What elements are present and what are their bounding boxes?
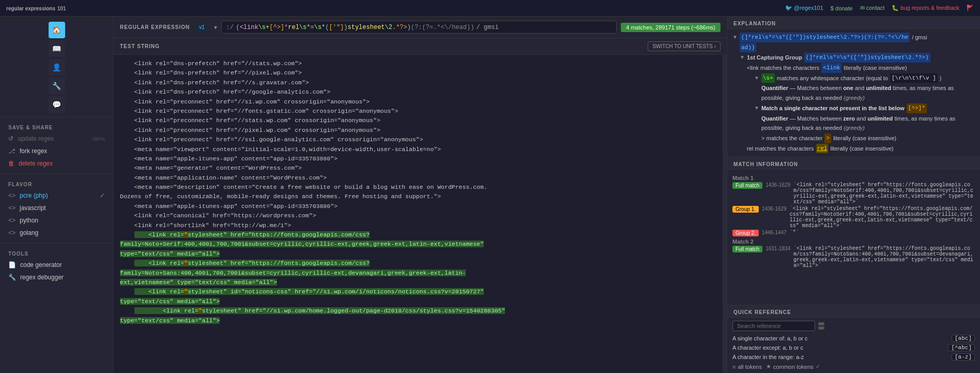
explanation-area: ▼ (]*rel\s*=\s*(['"])stylesheet\2.*?>)(?… (727, 29, 980, 157)
quick-ref-row-2: A character in the range: a-z [a-z] (732, 353, 975, 361)
exp-token-3: (]*rel\s*=\s*(['"])stylesheet\2.*?>) (804, 53, 930, 63)
delete-regex-item[interactable]: 🗑 delete regex (0, 157, 113, 170)
update-regex-item[interactable]: ↺ update regex ctrl+s (0, 132, 113, 145)
bug-link[interactable]: 🐛 bug reports & feedback (892, 5, 959, 11)
regex-pattern[interactable]: (<link\s+[^>]*rel\s*=\s*(['"])stylesheet… (236, 24, 474, 31)
flavor-python[interactable]: <> python (0, 214, 113, 227)
exp-text-1: / gmsi (912, 33, 927, 42)
match-1-group2-val: `"` (790, 230, 799, 235)
exp-token-7: [^>]* (907, 103, 927, 113)
code-generator-item[interactable]: 📄 code generator (0, 259, 113, 271)
exp-token-10: rel (816, 144, 829, 154)
match-1-group2-badge: Group 2. (732, 230, 759, 236)
exp-text-7: Match a single character not present in … (761, 103, 905, 113)
chat-icon[interactable]: 💬 (49, 96, 65, 113)
flag-icon[interactable]: 🚩 (967, 5, 974, 11)
regex-stylesheet: stylesheet (348, 24, 385, 31)
regex-quote-class: ['"] (329, 24, 344, 31)
filter-common-tokens-label: common tokens (773, 364, 814, 370)
quick-ref-token-0: [abc] (952, 335, 975, 342)
match-count-badge: 4 matches, 289171 steps (~686ms) (621, 23, 721, 32)
exp-toggle-1[interactable]: ▼ (732, 33, 738, 41)
regex-version[interactable]: v1 (196, 23, 208, 31)
exp-token-5: \s+ (761, 73, 775, 83)
exp-line-5: ▼ \s+ matches any whitespace character (… (732, 73, 975, 83)
home-icon[interactable]: 🏠 (49, 22, 65, 38)
regex-bar: REGULAR EXPRESSION v1 ▾ :/ (<link\s+[^>]… (114, 17, 727, 38)
quick-ref-token-2: [a-z] (952, 353, 975, 361)
exp-toggle-3[interactable]: ▼ (740, 53, 745, 62)
test-string-header: TEST STRING SWITCH TO UNIT TESTS › (114, 38, 727, 55)
sidebar-divider-1 (0, 174, 113, 174)
match-2-full-badge: Full match (732, 246, 762, 252)
match-2-full-range: 1631-1834 (765, 246, 790, 251)
regex-ws3: \s* (314, 24, 326, 31)
scrollbar[interactable] (723, 55, 727, 373)
regex-version-dropdown-icon[interactable]: ▾ (214, 24, 217, 31)
match-2-full-val: `<link rel="stylesheet" href="https://fo… (793, 246, 975, 268)
quick-ref-row-0: A single character of: a, b or c [abc] (732, 334, 975, 342)
search-scroll-control[interactable] (818, 322, 824, 330)
match-1-group1-range: 1436-1629 (762, 206, 787, 212)
flavor-go-label: golang (20, 229, 38, 236)
match-1-full-row: Full match 1436-1629 `<link rel="stylesh… (732, 182, 975, 205)
regex-debugger-item[interactable]: 🔧 regex debugger (0, 271, 113, 284)
regex-open-delimiter: :/ (226, 23, 234, 31)
exp-text-6: Quantifier — Matches between one and unl… (761, 83, 975, 102)
match-1-full-val: `<link rel="stylesheet" href="https://fo… (793, 182, 975, 205)
exp-toggle-7[interactable]: ▼ (754, 103, 759, 112)
flavor-pcre-label: pcre (php) (20, 192, 48, 199)
test-string-body[interactable]: <link rel="dns-prefetch" href="//stats.w… (114, 55, 727, 373)
quick-ref-desc-1: A character except: a, b or c (732, 345, 803, 351)
book-icon[interactable]: 📖 (49, 40, 65, 57)
wrench-icon[interactable]: 🔧 (49, 78, 65, 94)
search-scroll-down[interactable] (818, 326, 824, 330)
search-scroll-up[interactable] (818, 322, 824, 325)
match-1-group1-val: `<link rel="stylesheet" href="https://fo… (790, 206, 975, 229)
match-1-group2-row: Group 2. 1446-1447 `"` (732, 230, 975, 236)
exp-line-1: ▼ (]*rel\s*=\s*(['"])stylesheet\2.*?>)(?… (732, 33, 975, 42)
contact-link[interactable]: ✉ contact (860, 5, 885, 11)
quick-ref-desc-0: A single character of: a, b or c (732, 335, 808, 341)
regex-group2-close: ) (344, 24, 347, 31)
exp-text-5: matches any whitespace character (equal … (777, 73, 888, 83)
quick-ref-token-1: [^abc] (948, 344, 975, 351)
quick-ref-search (732, 321, 975, 331)
exp-line-8: Quantifier — Matches between zero and un… (732, 114, 975, 133)
exp-line-3: ▼ 1st Capturing Group (]*rel\s*=\s*(['"]… (732, 53, 975, 63)
debug-icon: 🔧 (8, 274, 16, 281)
match-1-full-badge: Full match (732, 182, 762, 189)
logo-text: regular expressions 101 (6, 4, 66, 12)
user-icon[interactable]: 👤 (49, 59, 65, 76)
regex-input[interactable]: :/ (<link\s+[^>]*rel\s*=\s*(['"])stylesh… (221, 21, 617, 34)
fork-regex-label: fork regex (20, 147, 47, 155)
flavor-py-icon: <> (8, 217, 16, 224)
common-tokens-icon: ★ (766, 363, 771, 370)
donate-link[interactable]: $ donate (831, 5, 853, 11)
flavor-javascript[interactable]: <> javascript (0, 202, 113, 214)
right-panel: EXPLANATION ▼ (]*rel\s*=\s*(['"])stylesh… (727, 17, 980, 373)
fork-regex-item[interactable]: ⎇ fork regex (0, 145, 113, 157)
exp-line-6: Quantifier — Matches between one and unl… (732, 83, 975, 102)
flavor-js-icon: <> (8, 204, 16, 212)
regex-group2-open: ( (325, 24, 329, 31)
flavor-pcre[interactable]: <> pcre (php) ✓ (0, 189, 113, 202)
switch-to-unit-tests-btn[interactable]: SWITCH TO UNIT TESTS › (648, 41, 721, 51)
save-share-title: SAVE & SHARE (0, 122, 113, 132)
match-1-heading: Match 1 (732, 175, 975, 181)
exp-toggle-5[interactable]: ▼ (754, 73, 759, 82)
delete-regex-label: delete regex (19, 160, 53, 167)
exp-token-2: ad)) (740, 43, 756, 53)
regex-eq: = (310, 24, 314, 31)
twitter-link[interactable]: 🐦 @regex101 (785, 5, 823, 11)
regex-gt: ?> (400, 24, 407, 31)
filter-common-tokens[interactable]: ★ common tokens ✓ (766, 363, 820, 370)
regex-flags: / gmsi (476, 24, 498, 31)
match-1-group1-badge: Group 1. (732, 206, 759, 213)
exp-text-10b: literally (case insensitive) (830, 144, 893, 154)
quick-ref-search-input[interactable] (732, 321, 815, 331)
regex-dot-star: .* (392, 24, 400, 31)
filter-all-tokens[interactable]: ≡ all tokens (732, 364, 762, 370)
regex-ws: \s+ (258, 24, 270, 31)
flavor-golang[interactable]: <> golang (0, 227, 113, 239)
